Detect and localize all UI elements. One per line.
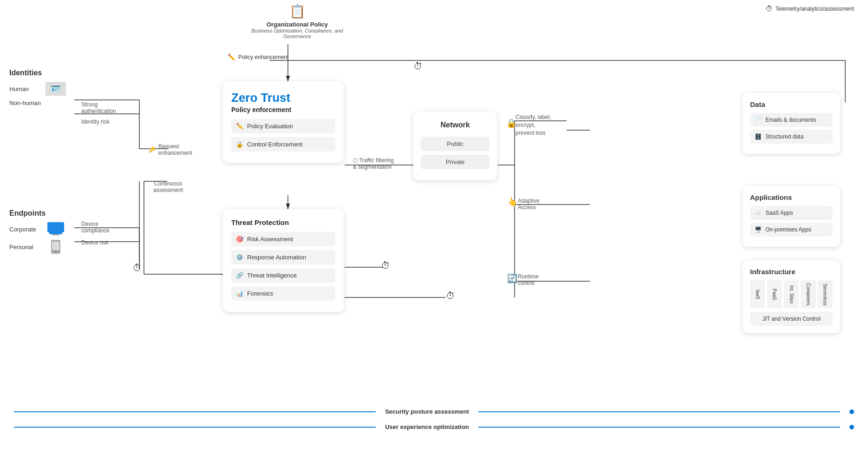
lock-icon: 🔒 bbox=[506, 118, 516, 128]
on-prem-apps-item: 🖥️ On-premises Apps bbox=[750, 223, 833, 237]
security-posture-row: Security posture assessment bbox=[0, 408, 868, 415]
adaptive-access-label: Adaptive Access bbox=[518, 198, 540, 211]
structured-data-item: 🗄️ Structured data bbox=[750, 130, 833, 144]
structured-data-label: Structured data bbox=[765, 133, 803, 140]
human-label: Human bbox=[9, 86, 42, 92]
infra-columns: IaaS PaaS Int. Sites Containers Serverle… bbox=[750, 280, 833, 308]
identities-section: Identities Human 🪪 Non-human bbox=[9, 69, 66, 110]
network-public: Public bbox=[421, 137, 489, 151]
threat-protection-box: Threat Protection 🎯 Risk Assessment ⚙️ R… bbox=[223, 209, 344, 312]
svg-point-34 bbox=[55, 251, 57, 253]
forensics-label: Forensics bbox=[247, 290, 273, 297]
int-sites-col: Int. Sites bbox=[784, 280, 799, 308]
threat-intel-icon: 🔗 bbox=[236, 272, 243, 279]
control-enforcement-item: 🔒 Control Enforcement bbox=[231, 137, 335, 152]
human-identity-row: Human 🪪 bbox=[9, 82, 66, 96]
paas-col: PaaS bbox=[767, 280, 782, 308]
corporate-label: Corporate bbox=[9, 226, 42, 233]
emails-docs-item: 📄 Emails & documents bbox=[750, 113, 833, 127]
network-box: Network Public Private bbox=[413, 112, 497, 180]
user-exp-dot bbox=[849, 425, 854, 429]
svg-rect-29 bbox=[47, 222, 64, 232]
risk-assessment-label: Risk Assessment bbox=[247, 236, 293, 243]
identity-risk-label: Identity risk bbox=[81, 119, 110, 125]
network-title: Network bbox=[421, 121, 489, 129]
svg-rect-33 bbox=[52, 242, 59, 250]
id-card-icon: 🪪 bbox=[46, 82, 66, 96]
personal-endpoint-row: Personal bbox=[9, 240, 66, 254]
policy-evaluation-item: ✏️ Policy Evaluation bbox=[231, 119, 335, 133]
endpoints-section: Endpoints Corporate Personal bbox=[9, 209, 66, 257]
saas-apps-label: SaaS Apps bbox=[765, 210, 793, 216]
data-title: Data bbox=[750, 100, 833, 108]
iaas-col: IaaS bbox=[750, 280, 765, 308]
threat-intelligence-item: 🔗 Threat Intelligence bbox=[231, 268, 335, 283]
classify-label: Classify, label, encrypt, prevent loss bbox=[516, 113, 567, 137]
risk-assessment-item: 🎯 Risk Assessment bbox=[231, 232, 335, 246]
forensics-icon: 📊 bbox=[236, 290, 243, 297]
svg-rect-30 bbox=[49, 232, 62, 234]
speedo-forensics: ⏱ bbox=[446, 290, 455, 301]
endpoints-title: Endpoints bbox=[9, 209, 66, 218]
risk-assessment-icon: 🎯 bbox=[236, 236, 243, 243]
policy-enhancement-label: Policy enhancement bbox=[238, 54, 288, 60]
control-enforcement-icon: 🔒 bbox=[236, 141, 243, 148]
policy-eval-icon: ✏️ bbox=[236, 123, 243, 130]
share-icon: ⬡ bbox=[353, 157, 359, 164]
policy-enhancement: ✏️ Policy enhancement bbox=[228, 53, 288, 61]
control-enforcement-label: Control Enforcement bbox=[247, 141, 302, 148]
corporate-endpoint-row: Corporate bbox=[9, 222, 66, 236]
connection-lines bbox=[0, 0, 868, 462]
containers-col: Containers bbox=[801, 280, 816, 308]
device-risk-label: Device risk bbox=[81, 239, 109, 246]
corporate-device-icon bbox=[46, 222, 66, 236]
response-automation-item: ⚙️ Response Automation bbox=[231, 250, 335, 264]
response-automation-label: Response Automation bbox=[247, 254, 306, 261]
db-icon: 🗄️ bbox=[755, 133, 762, 140]
apps-title: Applications bbox=[750, 193, 833, 201]
org-policy-title: Organizational Policy bbox=[251, 21, 344, 28]
user-experience-label: User experience optimization bbox=[385, 423, 469, 430]
security-posture-dot bbox=[849, 409, 854, 414]
identities-title: Identities bbox=[9, 69, 66, 77]
speedo-response: ⏱ bbox=[381, 260, 390, 271]
personal-label: Personal bbox=[9, 244, 42, 251]
user-exp-line-right bbox=[478, 427, 840, 428]
continuous-assessment-label: Continuous assessment bbox=[153, 180, 183, 193]
saas-apps-item: ☁️ SaaS Apps bbox=[750, 206, 833, 220]
security-posture-line-left bbox=[14, 411, 376, 412]
infrastructure-box: Infrastructure IaaS PaaS Int. Sites Cont… bbox=[743, 260, 840, 333]
diagram-container: ⏱ Telemetry/analytics/assessment 📋 Organ… bbox=[0, 0, 868, 462]
monitor-icon: 🖥️ bbox=[755, 226, 762, 233]
org-policy: 📋 Organizational Policy Business Optimiz… bbox=[251, 4, 344, 39]
svg-rect-31 bbox=[52, 234, 59, 236]
forensics-item: 📊 Forensics bbox=[231, 286, 335, 301]
cycle-icon: 🔄 bbox=[507, 273, 517, 284]
threat-intel-label: Threat Intelligence bbox=[247, 272, 297, 279]
telemetry-label: ⏱ Telemetry/analytics/assessment bbox=[765, 5, 854, 13]
telemetry-icon: ⏱ bbox=[765, 5, 773, 13]
non-human-identity-row: Non-human bbox=[9, 99, 66, 106]
device-compliance-label: Device compliance bbox=[81, 221, 110, 234]
data-box: Data 📄 Emails & documents 🗄️ Structured … bbox=[743, 93, 840, 154]
runtime-control-label: Runtime control bbox=[518, 273, 539, 286]
docs-icon: 📄 bbox=[755, 117, 762, 123]
infra-title: Infrastructure bbox=[750, 268, 833, 276]
edit-icon: ✏️ bbox=[228, 53, 235, 61]
network-private: Private bbox=[421, 155, 489, 169]
org-policy-icon: 📋 bbox=[251, 4, 344, 19]
serverless-col: Serverless bbox=[818, 280, 833, 308]
speedo-endpoint: ⏱ bbox=[132, 263, 142, 273]
non-human-label: Non-human bbox=[9, 99, 42, 106]
zero-trust-title: Zero Trust bbox=[231, 91, 335, 105]
speedo-policy: ⏱ bbox=[413, 61, 423, 72]
response-automation-icon: ⚙️ bbox=[236, 254, 243, 261]
security-posture-line-right bbox=[478, 411, 840, 412]
on-prem-label: On-premises Apps bbox=[765, 226, 811, 233]
security-posture-label: Security posture assessment bbox=[385, 408, 469, 415]
bottom-section: Security posture assessment User experie… bbox=[0, 408, 868, 439]
emails-docs-label: Emails & documents bbox=[765, 117, 816, 123]
zero-trust-box: Zero Trust Policy enforcement ✏️ Policy … bbox=[223, 81, 344, 163]
applications-box: Applications ☁️ SaaS Apps 🖥️ On-premises… bbox=[743, 186, 840, 247]
strong-auth-label: Strong authentication bbox=[81, 101, 116, 114]
